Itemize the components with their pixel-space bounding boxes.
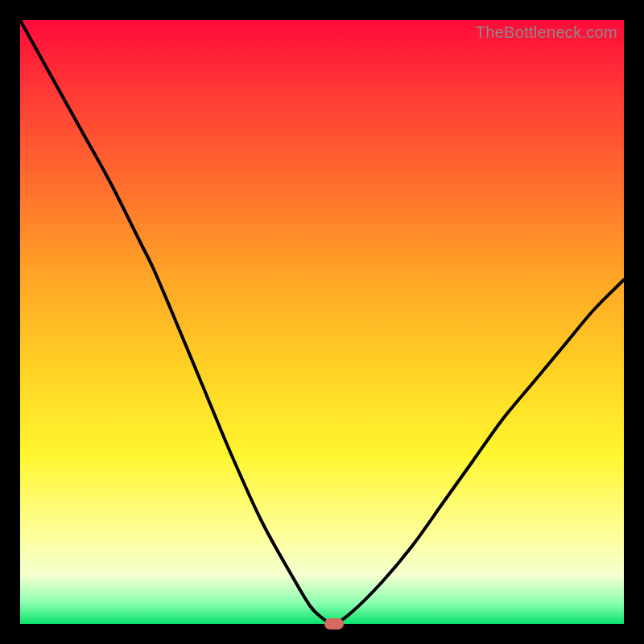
bottleneck-curve xyxy=(20,20,624,624)
plot-area: TheBottleneck.com xyxy=(20,20,624,624)
optimal-point-marker xyxy=(324,618,344,630)
chart-frame: TheBottleneck.com xyxy=(0,0,644,644)
